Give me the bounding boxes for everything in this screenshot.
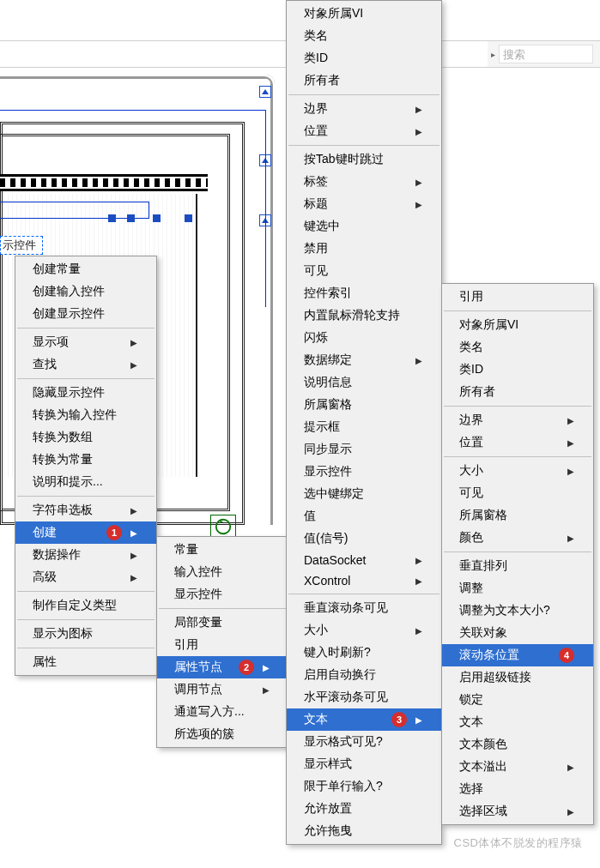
menu-item[interactable]: 显示控件 <box>287 461 441 483</box>
menu-item-label: 键入时刷新? <box>304 645 371 660</box>
menu-item-label: 允许拖曳 <box>304 823 352 839</box>
menu-item[interactable]: 对象所属VI <box>287 3 441 25</box>
menu-item-label: 标题 <box>304 196 328 212</box>
menu-item[interactable]: 大小▶ <box>442 460 593 482</box>
menu-item[interactable]: 所属窗格 <box>442 504 593 527</box>
menu-item[interactable]: 颜色▶ <box>442 527 593 549</box>
menu-item[interactable]: 调整 <box>442 577 593 600</box>
menu-item[interactable]: 调用节点▶ <box>157 678 288 701</box>
menu-item[interactable]: 转换为数组 <box>15 426 156 449</box>
menu-item[interactable]: 隐藏显示控件 <box>15 382 156 404</box>
submenu-arrow-icon: ▶ <box>415 127 422 136</box>
menu-item[interactable]: 类名 <box>442 336 593 359</box>
menu-item[interactable]: 说明和提示... <box>15 471 156 493</box>
menu-item[interactable]: 字符串选板▶ <box>15 499 156 521</box>
menu-item[interactable]: 内置鼠标滑轮支持 <box>287 304 441 327</box>
menu-item[interactable]: 按Tab键时跳过 <box>287 148 441 171</box>
menu-item[interactable]: 对象所属VI <box>442 314 593 336</box>
menu-item[interactable]: 值 <box>287 505 441 527</box>
search-input[interactable] <box>499 45 593 63</box>
menu-item[interactable]: 水平滚动条可见 <box>287 686 441 708</box>
menu-item[interactable]: 位置▶ <box>287 120 441 142</box>
menu-item[interactable]: 垂直排列 <box>442 555 593 577</box>
menu-item[interactable]: 允许拖曳 <box>287 820 441 842</box>
menu-item[interactable]: 引用 <box>442 286 593 308</box>
menu-item[interactable]: 所有者 <box>287 69 441 92</box>
menu-item[interactable]: 说明信息 <box>287 371 441 394</box>
menu-item[interactable]: 启用自动换行 <box>287 664 441 686</box>
menu-item[interactable]: 通道写入方... <box>157 701 288 723</box>
menu-item[interactable]: 选择区域▶ <box>442 800 593 823</box>
menu-item[interactable]: XControl▶ <box>287 570 441 591</box>
menu-item[interactable]: 控件索引 <box>287 282 441 304</box>
menu-item[interactable]: 属性 <box>15 651 156 673</box>
menu-item[interactable]: 局部变量 <box>157 612 288 634</box>
submenu-arrow-icon: ▶ <box>263 663 270 672</box>
menu-item[interactable]: 可见 <box>442 482 593 504</box>
submenu-arrow-icon: ▶ <box>415 356 422 365</box>
menu-item-label: 文本溢出 <box>459 759 507 775</box>
menu-item[interactable]: 值(信号) <box>287 527 441 550</box>
menu-item[interactable]: 调整为文本大小? <box>442 600 593 622</box>
menu-item[interactable]: 闪烁 <box>287 327 441 349</box>
menu-item[interactable]: 位置▶ <box>442 431 593 454</box>
menu-item[interactable]: 转换为输入控件 <box>15 404 156 426</box>
menu-item[interactable]: 创建输入控件 <box>15 280 156 303</box>
menu-item[interactable]: 选择 <box>442 778 593 800</box>
menu-item[interactable]: 显示为图标 <box>15 623 156 645</box>
menu-item[interactable]: 锁定 <box>442 689 593 711</box>
menu-item[interactable]: 大小▶ <box>287 619 441 642</box>
menu-item[interactable]: 文本溢出▶ <box>442 756 593 778</box>
menu-item[interactable]: 键选中 <box>287 215 441 238</box>
menu-item[interactable]: 数据绑定▶ <box>287 349 441 371</box>
menu-item[interactable]: 创建显示控件 <box>15 303 156 325</box>
menu-item[interactable]: 引用 <box>157 634 288 656</box>
menu-item[interactable]: 所选项的簇 <box>157 723 288 745</box>
menu-item[interactable]: 所有者 <box>442 381 593 403</box>
menu-item[interactable]: 关联对象 <box>442 622 593 644</box>
menu-item[interactable]: 类ID <box>442 359 593 381</box>
menu-item[interactable]: 标题▶ <box>287 193 441 215</box>
menu-separator <box>444 456 591 457</box>
menu-item[interactable]: 限于单行输入? <box>287 775 441 798</box>
menu-item[interactable]: 文本 <box>442 711 593 733</box>
menu-item[interactable]: 选中键绑定 <box>287 483 441 505</box>
control-terminal[interactable]: 示控件 <box>0 236 43 255</box>
menu-item[interactable]: 允许放置 <box>287 798 441 820</box>
menu-item[interactable]: 启用超级链接 <box>442 666 593 689</box>
menu-item[interactable]: 禁用 <box>287 238 441 260</box>
menu-item[interactable]: 文本颜色 <box>442 733 593 756</box>
menu-item[interactable]: 滚动条位置4 <box>442 644 593 666</box>
menu-item[interactable]: 可见 <box>287 260 441 282</box>
menu-item[interactable]: 类ID <box>287 47 441 69</box>
menu-item[interactable]: 查找▶ <box>15 353 156 376</box>
menu-item[interactable]: 高级▶ <box>15 566 156 588</box>
menu-item[interactable]: 键入时刷新? <box>287 642 441 664</box>
menu-item[interactable]: 所属窗格 <box>287 394 441 416</box>
menu-item[interactable]: DataSocket▶ <box>287 550 441 570</box>
menu-item[interactable]: 创建1▶ <box>15 521 156 544</box>
menu-item[interactable]: 垂直滚动条可见 <box>287 597 441 619</box>
menu-item[interactable]: 属性节点2▶ <box>157 656 288 678</box>
menu-item[interactable]: 数据操作▶ <box>15 544 156 566</box>
menu-item[interactable]: 常量 <box>157 539 288 561</box>
menu-item[interactable]: 同步显示 <box>287 438 441 461</box>
menu-item[interactable]: 标签▶ <box>287 171 441 193</box>
menu-item[interactable]: 转换为常量 <box>15 449 156 471</box>
menu-item[interactable]: 边界▶ <box>287 98 441 120</box>
menu-item[interactable]: 边界▶ <box>442 409 593 431</box>
menu-item-label: 创建 <box>33 525 57 540</box>
menu-item[interactable]: 显示样式 <box>287 753 441 775</box>
menu-item-label: 所有者 <box>459 384 495 400</box>
menu-item-label: 所属窗格 <box>304 397 352 413</box>
menu-item[interactable]: 显示格式可见? <box>287 731 441 753</box>
loop-condition-icon[interactable] <box>210 515 236 539</box>
menu-item[interactable]: 创建常量 <box>15 258 156 280</box>
menu-item[interactable]: 制作自定义类型 <box>15 594 156 617</box>
menu-item[interactable]: 显示项▶ <box>15 331 156 353</box>
menu-item[interactable]: 文本3▶ <box>287 708 441 731</box>
menu-item[interactable]: 输入控件 <box>157 561 288 583</box>
menu-item[interactable]: 类名 <box>287 25 441 47</box>
menu-item[interactable]: 显示控件 <box>157 583 288 606</box>
menu-item[interactable]: 提示框 <box>287 416 441 438</box>
